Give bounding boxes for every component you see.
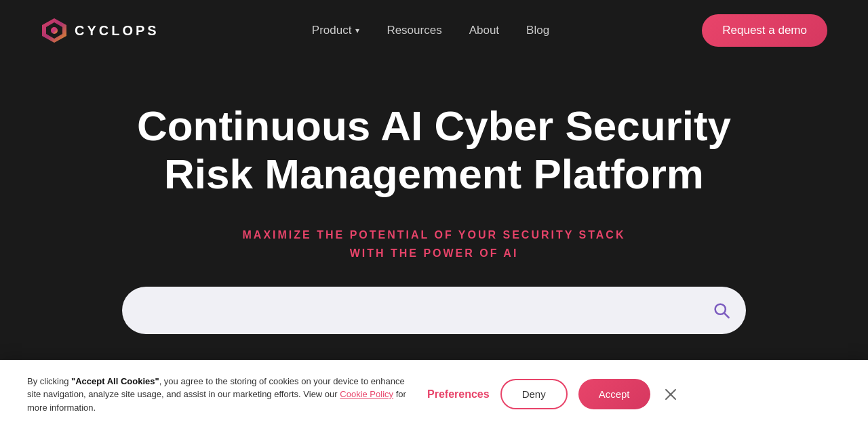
cyclops-logo-icon [41,17,68,44]
accept-button[interactable]: Accept [578,379,650,409]
close-icon [664,388,677,401]
nav-links: Product ▾ Resources About Blog [312,24,549,37]
cookie-policy-link[interactable]: Cookie Policy [340,389,393,399]
svg-point-2 [51,27,58,34]
svg-line-4 [724,313,728,317]
hero-title: Continuous AI Cyber Security Risk Manage… [129,102,739,199]
search-icon [712,301,731,320]
deny-button[interactable]: Deny [500,379,568,409]
nav-resources[interactable]: Resources [387,24,441,37]
logo-text: CYCLOPS [75,23,159,39]
search-input[interactable] [122,287,746,334]
request-demo-button[interactable]: Request a demo [702,14,827,47]
nav-product[interactable]: Product ▾ [312,24,360,37]
search-container [122,287,746,334]
chevron-down-icon: ▾ [355,26,359,35]
cookie-text: By clicking "Accept All Cookies", you ag… [27,375,407,415]
logo[interactable]: CYCLOPS [41,17,159,44]
nav-about[interactable]: About [469,24,499,37]
navbar: CYCLOPS Product ▾ Resources About Blog R… [0,0,868,61]
preferences-button[interactable]: Preferences [427,388,490,401]
cookie-bold-text: "Accept All Cookies" [71,376,159,386]
search-button[interactable] [712,301,731,320]
cookie-actions: Preferences Deny Accept [427,379,680,409]
cookie-banner: By clicking "Accept All Cookies", you ag… [0,360,868,430]
hero-subtitle: MAXIMIZE THE POTENTIAL OF YOUR SECURITY … [243,226,626,262]
hero-section: Continuous AI Cyber Security Risk Manage… [0,61,868,334]
close-cookie-button[interactable] [661,385,680,404]
nav-blog[interactable]: Blog [526,24,549,37]
